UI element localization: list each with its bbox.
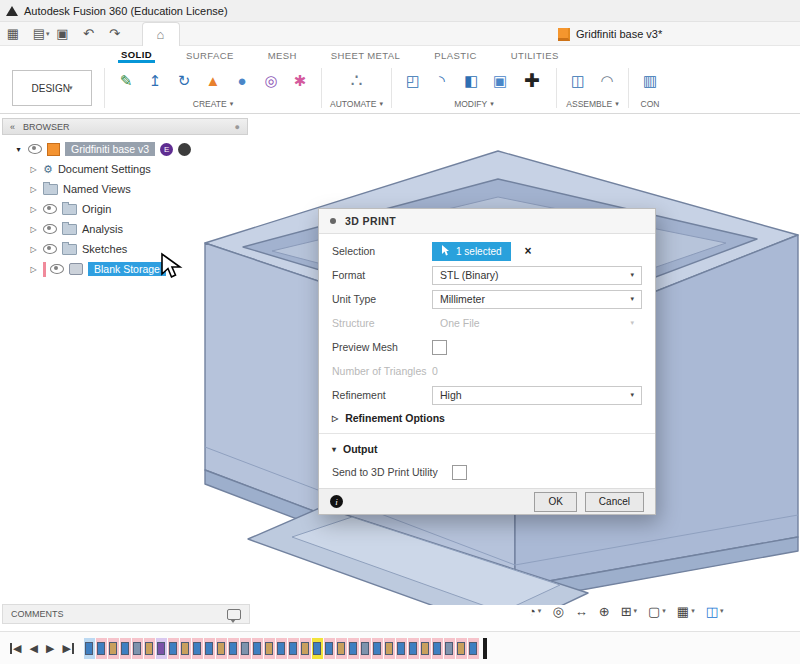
undo-icon[interactable]: ↶ [76, 22, 102, 46]
play-icon[interactable]: ▶ [46, 643, 54, 654]
timeline-feature-icon[interactable] [288, 638, 299, 659]
selection-chip[interactable]: 1 selected [432, 242, 511, 261]
collapsed-caret-icon[interactable]: ▷ [29, 245, 38, 254]
cancel-button[interactable]: Cancel [585, 492, 644, 512]
timeline-feature-icon[interactable] [192, 638, 203, 659]
tab-solid[interactable]: SOLID [118, 48, 155, 63]
panel-options-icon[interactable]: ● [235, 122, 240, 132]
cylinder-primitive-icon[interactable]: ● [229, 68, 255, 94]
timeline-feature-icon[interactable] [216, 638, 227, 659]
tree-row-sketches[interactable]: ▷ Sketches [2, 240, 248, 258]
move-copy-icon[interactable]: ✚ [516, 68, 548, 94]
new-component-icon[interactable]: ◫ [565, 68, 591, 94]
visibility-eye-icon[interactable] [43, 224, 57, 234]
format-select[interactable]: STL (Binary) ▾ [432, 266, 642, 285]
combine-icon[interactable]: ▣ [487, 68, 513, 94]
look-at-control[interactable]: ◎ [552, 604, 563, 619]
collapsed-caret-icon[interactable]: ▷ [29, 185, 38, 194]
tree-row-analysis[interactable]: ▷ Analysis [2, 220, 248, 238]
timeline-feature-icon[interactable] [312, 638, 323, 659]
tab-utilities[interactable]: UTILITIES [508, 49, 562, 63]
tab-sheet-metal[interactable]: SHEET METAL [328, 49, 404, 63]
timeline-feature-icon[interactable] [456, 638, 467, 659]
step-back-icon[interactable]: ◀ [29, 643, 37, 654]
timeline-feature-icon[interactable] [132, 638, 143, 659]
orbit-control[interactable]: ◔▾ [528, 604, 541, 619]
timeline-feature-icon[interactable] [336, 638, 347, 659]
window-zoom-control[interactable]: ⊞▾ [621, 604, 637, 619]
assemble-menu[interactable]: ASSEMBLE▾ [566, 99, 618, 109]
visibility-eye-icon[interactable] [43, 204, 57, 214]
automate-menu[interactable]: AUTOMATE▾ [330, 99, 383, 109]
timeline-feature-icon[interactable] [432, 638, 443, 659]
tree-row-blank-storage[interactable]: ▷ Blank Storage [2, 260, 248, 278]
revolve-icon[interactable]: ↻ [171, 68, 197, 94]
timeline-feature-icon[interactable] [384, 638, 395, 659]
timeline-feature-icon[interactable] [180, 638, 191, 659]
tree-row-root[interactable]: ▾ Gridfiniti base v3 E [2, 140, 248, 158]
visibility-eye-icon[interactable] [50, 264, 64, 274]
timeline-feature-icon[interactable] [276, 638, 287, 659]
timeline-feature-icon[interactable] [144, 638, 155, 659]
timeline-feature-icon[interactable] [372, 638, 383, 659]
send-utility-checkbox[interactable] [452, 465, 467, 480]
tab-surface[interactable]: SURFACE [183, 49, 237, 63]
torus-primitive-icon[interactable]: ◎ [258, 68, 284, 94]
skip-to-end-icon[interactable]: ▶ [62, 643, 73, 654]
tree-item-label[interactable]: Analysis [82, 223, 123, 235]
timeline-feature-icon[interactable] [324, 638, 335, 659]
tree-item-label[interactable]: Origin [82, 203, 111, 215]
save-icon[interactable]: ▣ [50, 22, 76, 46]
viewports-control[interactable]: ◫▾ [706, 604, 724, 619]
coil-primitive-icon[interactable]: ✱ [287, 68, 313, 94]
redo-icon[interactable]: ↷ [102, 22, 128, 46]
tree-row-origin[interactable]: ▷ Origin [2, 200, 248, 218]
automate-icon[interactable]: ∴ [340, 68, 372, 94]
timeline-feature-icon[interactable] [300, 638, 311, 659]
collapsed-caret-icon[interactable]: ▷ [29, 165, 38, 174]
timeline-feature-icon[interactable] [408, 638, 419, 659]
timeline-feature-icon[interactable] [168, 638, 179, 659]
visibility-eye-icon[interactable] [43, 244, 57, 254]
timeline-feature-icon[interactable] [396, 638, 407, 659]
comments-bar[interactable]: COMMENTS [2, 604, 250, 624]
clear-selection-icon[interactable]: × [525, 244, 532, 258]
configure-icon[interactable]: ▥ [637, 68, 663, 94]
root-component-label[interactable]: Gridfiniti base v3 [65, 142, 155, 156]
dialog-header[interactable]: 3D PRINT [319, 209, 655, 234]
timeline-feature-icon[interactable] [96, 638, 107, 659]
create-menu[interactable]: CREATE▾ [193, 99, 233, 109]
tree-item-label[interactable]: Named Views [63, 183, 131, 195]
timeline-position-marker[interactable] [483, 638, 487, 659]
extrude-icon[interactable]: ↥ [142, 68, 168, 94]
timeline-feature-icon[interactable] [348, 638, 359, 659]
loft-icon[interactable]: ▲ [200, 68, 226, 94]
timeline-feature-icon[interactable] [156, 638, 167, 659]
tree-item-label[interactable]: Document Settings [58, 163, 151, 175]
design-workspace-button[interactable]: DESIGN ▾ [12, 70, 92, 106]
app-grid-icon[interactable]: ▦ [0, 22, 26, 46]
timeline-feature-icon[interactable] [264, 638, 275, 659]
timeline-feature-icon[interactable] [240, 638, 251, 659]
unit-type-select[interactable]: Millimeter ▾ [432, 290, 642, 309]
fillet-icon[interactable]: ◝ [429, 68, 455, 94]
output-section[interactable]: ▾ Output [319, 438, 655, 460]
timeline-feature-icon[interactable] [228, 638, 239, 659]
zoom-control[interactable]: ⊕ [599, 604, 610, 619]
collapse-panel-icon[interactable]: « [10, 122, 15, 132]
configure-menu[interactable]: CON [641, 99, 660, 109]
timeline-feature-icon[interactable] [468, 638, 479, 659]
timeline-feature-icon[interactable] [360, 638, 371, 659]
preview-mesh-checkbox[interactable] [432, 340, 447, 355]
timeline-feature-icon[interactable] [84, 638, 95, 659]
tree-row-named-views[interactable]: ▷ Named Views [2, 180, 248, 198]
pan-control[interactable]: ↔ [575, 604, 588, 619]
display-settings-control[interactable]: ▢▾ [648, 604, 666, 619]
timeline-feature-icon[interactable] [252, 638, 263, 659]
create-sketch-icon[interactable]: ✎ [113, 68, 139, 94]
shell-icon[interactable]: ◧ [458, 68, 484, 94]
timeline-feature-icon[interactable] [120, 638, 131, 659]
skip-to-start-icon[interactable]: ◀ [10, 643, 21, 654]
press-pull-icon[interactable]: ◰ [400, 68, 426, 94]
collapsed-caret-icon[interactable]: ▷ [29, 225, 38, 234]
